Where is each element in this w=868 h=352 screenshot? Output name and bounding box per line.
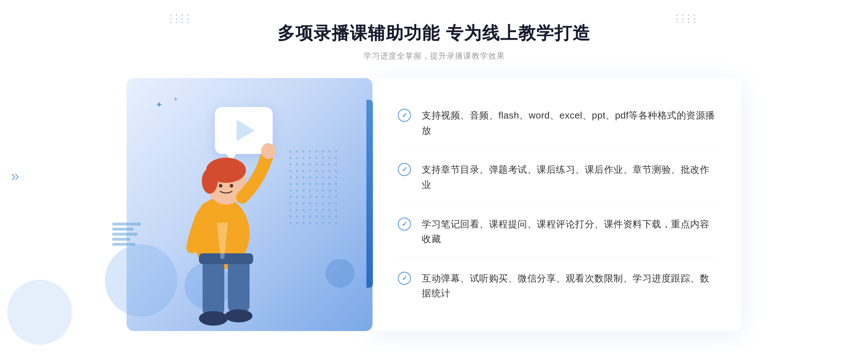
svg-point-8 <box>225 309 252 322</box>
check-icon-2: ✓ <box>398 163 411 176</box>
page-deco-circle-bl <box>7 280 72 345</box>
feature-text-3: 学习笔记回看、课程提问、课程评论打分、课件资料下载，重点内容收藏 <box>422 217 716 247</box>
check-icon-3: ✓ <box>398 218 411 231</box>
check-icon-4: ✓ <box>398 272 411 285</box>
feature-item-3: ✓ 学习笔记回看、课程提问、课程评论打分、课件资料下载，重点内容收藏 <box>398 207 716 257</box>
feature-text-4: 互动弹幕、试听购买、微信分享、观看次数限制、学习进度跟踪、数据统计 <box>422 271 716 301</box>
dots-decoration-left <box>170 14 192 36</box>
svg-point-11 <box>230 184 233 188</box>
svg-rect-9 <box>199 253 253 264</box>
feature-item-2: ✓ 支持章节目录、弹题考试、课后练习、课后作业、章节测验、批改作业 <box>398 152 716 203</box>
features-panel: ✓ 支持视频、音频、flash、word、excel、ppt、pdf等各种格式的… <box>373 78 741 331</box>
content-section: ✦ ✦ <box>127 78 741 331</box>
feature-text-2: 支持章节目录、弹题考试、课后练习、课后作业、章节测验、批改作业 <box>422 162 716 192</box>
feature-text-1: 支持视频、音频、flash、word、excel、ppt、pdf等各种格式的资源… <box>422 108 716 138</box>
feature-item-4: ✓ 互动弹幕、试听购买、微信分享、观看次数限制、学习进度跟踪、数据统计 <box>398 261 716 311</box>
blue-bar <box>366 100 373 288</box>
page-container: 多项录播课辅助功能 专为线上教学打造 学习进度全掌握，提升录播课教学效果 ✦ ✦ <box>0 0 868 352</box>
character-illustration <box>156 125 286 331</box>
svg-rect-6 <box>228 259 250 313</box>
dots-pattern-bg <box>289 150 362 259</box>
check-icon-1: ✓ <box>398 109 411 122</box>
header-section: 多项录播课辅助功能 专为线上教学打造 学习进度全掌握，提升录播课教学效果 <box>277 22 590 61</box>
svg-point-7 <box>199 311 228 326</box>
svg-point-3 <box>202 168 218 194</box>
sparkle-icon-2: ✦ <box>174 96 178 102</box>
main-title: 多项录播课辅助功能 专为线上教学打造 <box>277 22 590 45</box>
subtitle: 学习进度全掌握，提升录播课教学效果 <box>277 51 590 61</box>
dots-decoration-right <box>676 14 698 36</box>
svg-point-4 <box>261 143 276 159</box>
svg-rect-5 <box>203 259 224 317</box>
feature-item-1: ✓ 支持视频、音频、flash、word、excel、ppt、pdf等各种格式的… <box>398 98 716 149</box>
deco-small-circle <box>326 259 354 288</box>
svg-point-10 <box>219 184 222 188</box>
left-arrow-icon: » <box>11 167 19 185</box>
sparkle-icon-1: ✦ <box>156 100 163 110</box>
illustration-container: ✦ ✦ <box>127 78 373 331</box>
